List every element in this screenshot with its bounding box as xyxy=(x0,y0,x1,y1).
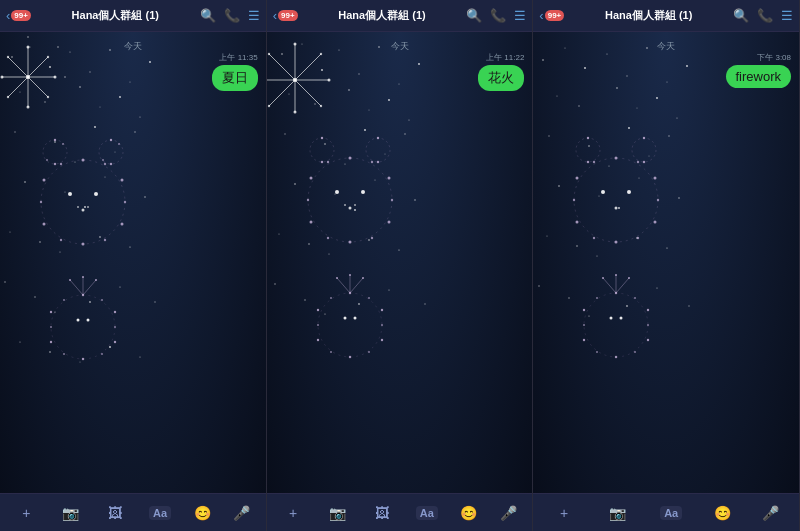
svg-point-200 xyxy=(353,317,356,320)
plus-icon-2[interactable]: + xyxy=(282,505,304,521)
svg-point-182 xyxy=(320,137,322,139)
svg-point-186 xyxy=(318,293,382,357)
back-nav-3[interactable]: ‹ 99+ xyxy=(539,8,564,23)
phone-icon-2[interactable]: 📞 xyxy=(490,8,506,23)
svg-point-127 xyxy=(364,129,366,131)
svg-point-155 xyxy=(293,43,296,46)
search-icon-1[interactable]: 🔍 xyxy=(200,8,216,23)
menu-icon-1[interactable]: ☰ xyxy=(248,8,260,23)
svg-point-211 xyxy=(627,75,628,76)
svg-point-253 xyxy=(573,199,575,201)
mic-icon-2[interactable]: 🎤 xyxy=(500,505,517,521)
plus-icon-3[interactable]: + xyxy=(553,505,575,521)
svg-point-96 xyxy=(82,358,84,360)
svg-point-103 xyxy=(87,319,90,322)
svg-point-25 xyxy=(9,231,10,232)
svg-point-109 xyxy=(82,276,84,278)
camera-icon-1[interactable]: 📷 xyxy=(60,505,82,521)
svg-point-92 xyxy=(114,311,116,313)
mic-icon-3[interactable]: 🎤 xyxy=(762,505,779,521)
svg-point-197 xyxy=(316,309,318,311)
phone-panel-1: ‹ 99+ Hana個人群組 (1) 🔍 📞 ☰ xyxy=(0,0,267,531)
svg-point-111 xyxy=(301,43,302,44)
svg-point-14 xyxy=(14,131,15,132)
svg-point-140 xyxy=(274,283,275,284)
plus-icon-1[interactable]: + xyxy=(15,505,37,521)
emoji-icon-2[interactable]: 😊 xyxy=(460,505,477,521)
camera-icon-2[interactable]: 📷 xyxy=(327,505,349,521)
svg-point-116 xyxy=(398,84,399,85)
svg-point-137 xyxy=(328,254,329,255)
phone-icon-3[interactable]: 📞 xyxy=(757,8,773,23)
svg-point-236 xyxy=(667,247,668,248)
svg-point-218 xyxy=(637,108,638,109)
svg-point-95 xyxy=(101,353,103,355)
svg-point-185 xyxy=(376,161,378,163)
svg-point-212 xyxy=(647,47,649,49)
svg-point-246 xyxy=(654,177,657,180)
back-arrow-2: ‹ xyxy=(273,8,277,23)
svg-point-63 xyxy=(104,163,106,165)
back-nav-1[interactable]: ‹ 99+ xyxy=(6,8,31,23)
menu-icon-2[interactable]: ☰ xyxy=(514,8,526,23)
svg-point-59 xyxy=(57,46,59,48)
svg-point-36 xyxy=(19,341,20,342)
svg-point-50 xyxy=(27,46,30,49)
svg-point-35 xyxy=(154,301,155,302)
mic-icon-1[interactable]: 🎤 xyxy=(233,505,250,521)
svg-point-223 xyxy=(609,165,610,166)
svg-point-67 xyxy=(104,239,106,241)
svg-point-264 xyxy=(643,161,645,163)
back-nav-2[interactable]: ‹ 99+ xyxy=(273,8,298,23)
svg-point-134 xyxy=(414,199,415,200)
text-input-3[interactable]: Aa xyxy=(660,506,682,520)
image-icon-2[interactable]: 🖼 xyxy=(371,505,393,521)
svg-point-93 xyxy=(114,326,116,328)
svg-point-248 xyxy=(654,221,657,224)
phone-icon-1[interactable]: 📞 xyxy=(224,8,240,23)
svg-point-270 xyxy=(647,339,649,341)
svg-point-74 xyxy=(68,192,72,196)
badge-1: 99+ xyxy=(11,10,31,21)
phone-panel-2: ‹ 99+ Hana個人群組 (1) 🔍 📞 ☰ xyxy=(267,0,534,531)
svg-point-257 xyxy=(627,190,631,194)
svg-point-21 xyxy=(64,191,65,192)
camera-icon-3[interactable]: 📷 xyxy=(607,505,629,521)
svg-point-123 xyxy=(408,119,409,120)
svg-point-112 xyxy=(321,69,323,71)
svg-point-242 xyxy=(689,305,690,306)
svg-point-87 xyxy=(110,163,112,165)
svg-point-219 xyxy=(656,97,658,99)
svg-point-204 xyxy=(336,277,338,279)
svg-point-275 xyxy=(583,324,585,326)
svg-point-173 xyxy=(309,177,312,180)
svg-point-99 xyxy=(50,326,52,328)
svg-point-179 xyxy=(354,204,356,206)
svg-point-255 xyxy=(593,161,595,163)
svg-point-284 xyxy=(628,277,630,279)
search-icon-3[interactable]: 🔍 xyxy=(733,8,749,23)
search-icon-2[interactable]: 🔍 xyxy=(466,8,482,23)
svg-point-154 xyxy=(293,78,297,82)
emoji-icon-1[interactable]: 😊 xyxy=(194,505,211,521)
svg-point-279 xyxy=(620,317,623,320)
svg-point-85 xyxy=(110,139,112,141)
svg-point-30 xyxy=(4,281,5,282)
text-input-1[interactable]: Aa xyxy=(149,506,171,520)
svg-point-37 xyxy=(49,351,51,353)
svg-point-23 xyxy=(105,177,106,178)
text-input-2[interactable]: Aa xyxy=(416,506,438,520)
svg-point-233 xyxy=(577,245,579,247)
image-icon-1[interactable]: 🖼 xyxy=(104,505,126,521)
svg-point-20 xyxy=(24,181,26,183)
back-arrow-1: ‹ xyxy=(6,8,10,23)
emoji-icon-3[interactable]: 😊 xyxy=(714,505,731,521)
menu-icon-3[interactable]: ☰ xyxy=(781,8,793,23)
header-2: ‹ 99+ Hana個人群組 (1) 🔍 📞 ☰ xyxy=(267,0,533,32)
svg-point-276 xyxy=(583,309,585,311)
svg-point-142 xyxy=(324,313,325,314)
svg-point-33 xyxy=(89,301,91,303)
date-badge-3: 今天 xyxy=(657,40,675,53)
svg-point-97 xyxy=(63,353,65,355)
chat-area-3: 今天 下午 3:08 firework xyxy=(533,32,799,493)
